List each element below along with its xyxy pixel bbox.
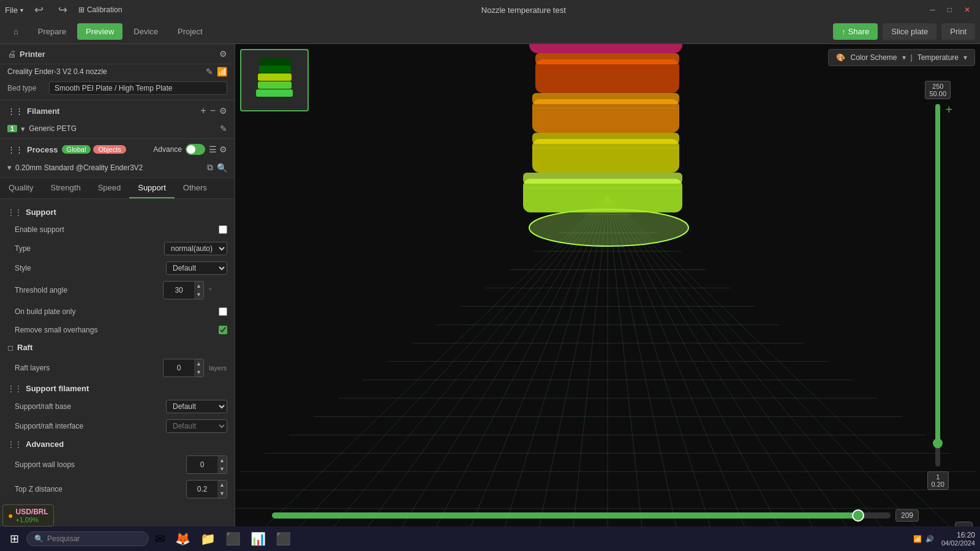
support-filament-group-header[interactable]: ⋮⋮ Support filament bbox=[0, 380, 235, 397]
enable-support-row: Enable support bbox=[0, 220, 235, 239]
raft-group-label: Raft bbox=[17, 343, 32, 352]
printer-settings-button[interactable]: ⚙ bbox=[219, 49, 227, 59]
top-z-input[interactable] bbox=[187, 484, 217, 495]
thumbnail-panel[interactable] bbox=[240, 49, 309, 111]
undo-button[interactable]: ↩ bbox=[31, 2, 47, 18]
color-scheme-label: Color Scheme bbox=[850, 53, 897, 62]
style-select[interactable]: Default bbox=[166, 261, 227, 275]
support-raft-interface-select[interactable]: Default bbox=[166, 419, 227, 433]
slider-plus-button[interactable]: + bbox=[946, 103, 953, 117]
on-build-plate-row: On build plate only bbox=[0, 302, 235, 321]
filament-section: ⋮⋮ Filament + − ⚙ 1 ▾ Generic PETG ✎ bbox=[0, 100, 235, 138]
advanced-group-header[interactable]: ⋮⋮ Advanced bbox=[0, 436, 235, 452]
threshold-unit: ° bbox=[209, 287, 227, 294]
device-button[interactable]: Device bbox=[125, 23, 167, 40]
wall-loops-up-button[interactable]: ▲ bbox=[217, 456, 227, 465]
slice-plate-button[interactable]: Slice plate bbox=[883, 23, 937, 40]
print-button[interactable]: Print bbox=[941, 23, 975, 40]
threshold-input[interactable] bbox=[164, 285, 194, 296]
type-select[interactable]: normal(auto) bbox=[164, 242, 227, 255]
calibration-button[interactable]: ⊞ Calibration bbox=[78, 6, 122, 14]
printer-wifi-button[interactable]: 📶 bbox=[217, 67, 227, 77]
close-button[interactable]: ✕ bbox=[959, 4, 975, 15]
minimize-button[interactable]: ─ bbox=[925, 4, 940, 15]
date: 04/02/2024 bbox=[941, 539, 975, 547]
file-menu[interactable]: File ▾ bbox=[5, 6, 23, 15]
threshold-spinbox[interactable]: ▲ ▼ bbox=[163, 281, 204, 299]
process-edit-button[interactable]: ⚙ bbox=[219, 144, 227, 154]
wall-loops-row: Support wall loops ▲ ▼ bbox=[0, 452, 235, 477]
objects-tag[interactable]: Objects bbox=[93, 145, 126, 154]
printer-label: Printer bbox=[20, 50, 216, 59]
remove-overhangs-row: Remove small overhangs bbox=[0, 321, 235, 339]
support-group-header[interactable]: ⋮⋮ Support bbox=[0, 204, 235, 220]
advance-toggle[interactable] bbox=[186, 144, 205, 155]
slider-handle[interactable] bbox=[933, 438, 943, 448]
process-label: Process bbox=[27, 145, 58, 154]
printer-edit-button[interactable]: ✎ bbox=[206, 67, 213, 77]
style-row: Style Default bbox=[0, 258, 235, 278]
remove-overhangs-checkbox[interactable] bbox=[219, 326, 227, 334]
home-button[interactable]: ⌂ bbox=[5, 23, 27, 40]
horiz-handle[interactable] bbox=[852, 509, 864, 522]
filament-settings-button[interactable]: ⚙ bbox=[219, 106, 227, 116]
process-list-button[interactable]: ☰ bbox=[209, 144, 217, 154]
top-z-up-button[interactable]: ▲ bbox=[217, 481, 227, 489]
raft-layers-unit: layers bbox=[209, 364, 227, 372]
wall-loops-down-button[interactable]: ▼ bbox=[217, 465, 227, 473]
redo-button[interactable]: ↪ bbox=[55, 2, 71, 18]
support-raft-interface-label: Support/raft interface bbox=[15, 422, 161, 430]
top-z-spinbox[interactable]: ▲ ▼ bbox=[186, 480, 227, 498]
taskbar-terminal-icon[interactable]: ⬛ bbox=[272, 529, 295, 549]
profile-copy-button[interactable]: ⧉ bbox=[207, 162, 213, 173]
preview-button[interactable]: Preview bbox=[77, 23, 123, 40]
filament-edit-button[interactable]: ✎ bbox=[220, 124, 227, 133]
wall-loops-input[interactable] bbox=[187, 459, 217, 470]
enable-support-checkbox[interactable] bbox=[219, 225, 227, 234]
raft-layers-spinbox[interactable]: ▲ ▼ bbox=[163, 359, 204, 377]
tab-quality[interactable]: Quality bbox=[0, 178, 42, 198]
tab-support[interactable]: Support bbox=[129, 178, 175, 198]
taskbar-mail-icon[interactable]: ✉ bbox=[151, 529, 169, 549]
filament-add-button[interactable]: + bbox=[200, 105, 206, 116]
prepare-button[interactable]: Prepare bbox=[29, 23, 75, 40]
search-icon: 🔍 bbox=[34, 534, 43, 543]
on-build-plate-checkbox[interactable] bbox=[219, 307, 227, 316]
filament-name: Generic PETG bbox=[29, 124, 216, 133]
wall-loops-spinbox[interactable]: ▲ ▼ bbox=[186, 455, 227, 474]
taskbar-files-icon[interactable]: 📁 bbox=[197, 529, 219, 549]
profile-arrow: ▾ bbox=[7, 163, 12, 172]
slider-top-value: 250 50.00 bbox=[925, 81, 951, 99]
tab-speed[interactable]: Speed bbox=[89, 178, 130, 198]
support-filament-icon: ⋮⋮ bbox=[7, 384, 22, 393]
share-button[interactable]: ↑ Share bbox=[833, 23, 878, 40]
raft-layers-up-button[interactable]: ▲ bbox=[194, 359, 203, 368]
horiz-track[interactable] bbox=[272, 512, 891, 519]
raft-layers-input[interactable] bbox=[164, 362, 194, 373]
support-raft-base-select[interactable]: Default bbox=[166, 400, 227, 413]
filament-remove-button[interactable]: − bbox=[210, 105, 216, 116]
maximize-button[interactable]: □ bbox=[943, 4, 957, 15]
profile-search-button[interactable]: 🔍 bbox=[217, 163, 227, 173]
top-z-down-button[interactable]: ▼ bbox=[217, 489, 227, 498]
type-row: Type normal(auto) bbox=[0, 239, 235, 258]
taskbar-vscode-icon[interactable]: ⬛ bbox=[222, 529, 244, 549]
tab-others[interactable]: Others bbox=[175, 178, 216, 198]
support-group-label: Support bbox=[26, 208, 56, 217]
threshold-up-button[interactable]: ▲ bbox=[194, 282, 203, 290]
taskbar-search[interactable]: 🔍 Pesquisar bbox=[26, 531, 149, 546]
svg-rect-20 bbox=[259, 58, 291, 66]
start-button[interactable]: ⊞ bbox=[5, 530, 24, 548]
project-button[interactable]: Project bbox=[169, 23, 211, 40]
raft-group-header[interactable]: ◻ Raft bbox=[0, 339, 235, 356]
global-tag[interactable]: Global bbox=[62, 145, 91, 154]
svg-rect-1 bbox=[523, 179, 682, 212]
taskbar-browser-icon[interactable]: 🦊 bbox=[172, 529, 194, 549]
threshold-down-button[interactable]: ▼ bbox=[194, 290, 203, 299]
svg-rect-16 bbox=[256, 89, 293, 97]
slider-track[interactable] bbox=[935, 104, 940, 467]
color-scheme-icon: 🎨 bbox=[836, 53, 845, 62]
taskbar-excel-icon[interactable]: 📊 bbox=[247, 529, 270, 549]
tab-strength[interactable]: Strength bbox=[42, 178, 89, 198]
raft-layers-down-button[interactable]: ▼ bbox=[194, 368, 203, 377]
